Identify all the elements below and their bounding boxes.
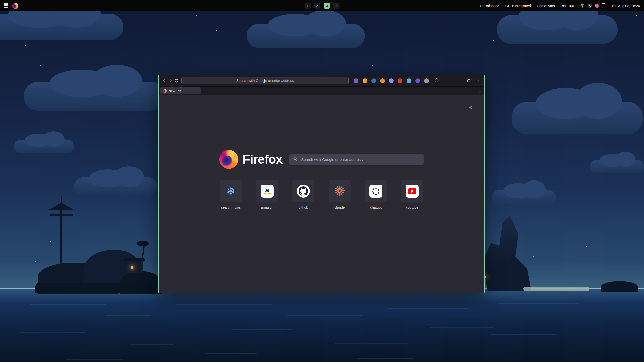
- workspace-button-4[interactable]: 4: [333, 3, 340, 9]
- tab-list-chevron-icon[interactable]: [478, 90, 482, 92]
- workspace-button-3[interactable]: 3: [324, 3, 330, 9]
- extension-icon-7[interactable]: [407, 78, 411, 83]
- shortcut-claude[interactable]: claude: [329, 180, 351, 209]
- tab-favicon-firefox-icon: [163, 89, 167, 93]
- wallpaper-cloud: [590, 160, 644, 173]
- workspace-switcher: 1 2 3 4: [305, 0, 340, 11]
- power-profile-status: P: Balanced: [480, 4, 499, 8]
- firefox-wordmark: Firefox: [243, 152, 283, 167]
- topbar-right: P: Balanced GPU: Integrated Home: 9ms Ba…: [480, 3, 644, 8]
- extension-icon-2[interactable]: [363, 78, 367, 83]
- wave-streak: [430, 327, 493, 328]
- extension-icon-4[interactable]: [380, 78, 385, 83]
- wallpaper-cloud: [24, 82, 165, 111]
- tab-new-tab[interactable]: New Tab: [160, 87, 201, 94]
- firefox-window: ≡ – × New Tab + ⚙ Firefox: [158, 75, 485, 293]
- wave-streak: [357, 358, 413, 359]
- browser-toolbar: ≡ – ×: [159, 75, 484, 86]
- chatgpt-icon: [369, 185, 382, 198]
- ping-status: Home: 9ms: [537, 4, 555, 8]
- wallpaper-cloud: [0, 14, 123, 40]
- extension-icon-6[interactable]: [398, 78, 403, 83]
- shortcut-label: search.nixos: [221, 205, 241, 209]
- shortcut-github[interactable]: github: [292, 180, 314, 209]
- workspace-button-1[interactable]: 1: [305, 3, 311, 9]
- device-icon[interactable]: [602, 3, 605, 8]
- topbar-left: [0, 3, 18, 9]
- tab-bar: New Tab +: [159, 86, 484, 95]
- clock[interactable]: Thu Aug 08, 18:26: [611, 4, 640, 8]
- wallpaper-left-shore: [35, 283, 166, 293]
- nixos-snowflake-glyph: ❄: [226, 186, 236, 197]
- wave-streak: [581, 351, 624, 351]
- extension-icon-9[interactable]: [424, 78, 429, 83]
- wave-streak: [387, 308, 468, 309]
- menu-hamburger-icon[interactable]: ≡: [444, 77, 451, 84]
- url-bar: [181, 77, 349, 84]
- forward-button[interactable]: [167, 77, 173, 84]
- newtab-search-box: [289, 154, 424, 165]
- wallpaper-cloud: [512, 102, 643, 134]
- tab-label: New Tab: [169, 89, 181, 93]
- wave-streak: [231, 329, 292, 330]
- shortcut-youtube[interactable]: youtube: [401, 180, 423, 209]
- wallpaper-hut: [125, 261, 143, 273]
- bluetooth-icon[interactable]: [588, 4, 592, 8]
- wallpaper-cloud: [247, 24, 365, 48]
- shortcut-tiles: ❄ search.nixos a amazo: [220, 180, 423, 209]
- gpu-status: GPU: Integrated: [505, 4, 531, 8]
- new-tab-page: ⚙ Firefox ❄ search.nixos: [159, 95, 484, 293]
- wallpaper-palm-tree: [137, 241, 149, 246]
- wave-streak: [569, 315, 616, 315]
- newtab-search-input[interactable]: [289, 154, 424, 165]
- shortcut-amazon[interactable]: a amazon: [256, 180, 278, 209]
- topbar-tray: [580, 3, 605, 8]
- firefox-logo: [219, 150, 238, 169]
- amazon-icon: a: [261, 185, 274, 198]
- wallpaper-hut-light: [131, 266, 133, 269]
- svg-text:a: a: [265, 186, 269, 194]
- top-status-bar: 1 2 3 4 P: Balanced GPU: Integrated Home…: [0, 0, 644, 11]
- url-input[interactable]: [182, 77, 348, 84]
- shortcut-label: github: [299, 205, 308, 209]
- shortcut-label: claude: [334, 205, 345, 209]
- minimize-button[interactable]: –: [456, 78, 462, 84]
- maximize-button[interactable]: [466, 78, 472, 84]
- extension-icon-8[interactable]: [415, 78, 420, 83]
- extension-icon-5[interactable]: [389, 78, 394, 83]
- wave-streak: [20, 332, 86, 333]
- back-button[interactable]: [161, 77, 167, 84]
- search-icon: [293, 157, 296, 160]
- wallpaper-cloud: [74, 177, 157, 196]
- shortcut-label: chatgpt: [370, 205, 382, 209]
- close-button[interactable]: ×: [475, 78, 481, 84]
- reload-button[interactable]: [173, 77, 179, 84]
- extensions-puzzle-icon[interactable]: [433, 77, 440, 84]
- extension-icon-1[interactable]: [354, 78, 358, 83]
- wave-streak: [498, 303, 579, 304]
- extensions-row: ≡: [354, 77, 451, 84]
- wave-streak: [131, 344, 174, 345]
- i-beam-cursor: [264, 79, 265, 83]
- newtab-hero: Firefox: [219, 150, 424, 169]
- wave-streak: [65, 359, 123, 360]
- wallpaper-sea: [0, 289, 644, 362]
- desktop: 1 2 3 4 P: Balanced GPU: Integrated Home…: [0, 0, 644, 362]
- youtube-icon: [406, 185, 419, 198]
- shortcut-chatgpt[interactable]: chatgpt: [365, 180, 387, 209]
- wave-streak: [176, 304, 272, 305]
- newtab-settings-gear-icon[interactable]: ⚙: [468, 105, 473, 111]
- shortcut-search-nixos[interactable]: ❄ search.nixos: [220, 180, 242, 209]
- app-launcher-icon[interactable]: [4, 3, 8, 8]
- new-tab-button[interactable]: +: [204, 88, 210, 94]
- window-controls: – ×: [456, 78, 481, 84]
- wifi-icon[interactable]: [580, 4, 585, 8]
- wave-streak: [206, 353, 257, 354]
- workspace-button-2[interactable]: 2: [314, 3, 320, 9]
- wallpaper-beach: [523, 287, 589, 291]
- firefox-indicator-icon[interactable]: [12, 3, 18, 9]
- extension-icon-3[interactable]: [371, 78, 376, 83]
- color-picker-icon[interactable]: [595, 4, 599, 8]
- wallpaper-watchtower-mast: [61, 196, 62, 204]
- shortcut-label: amazon: [261, 205, 273, 209]
